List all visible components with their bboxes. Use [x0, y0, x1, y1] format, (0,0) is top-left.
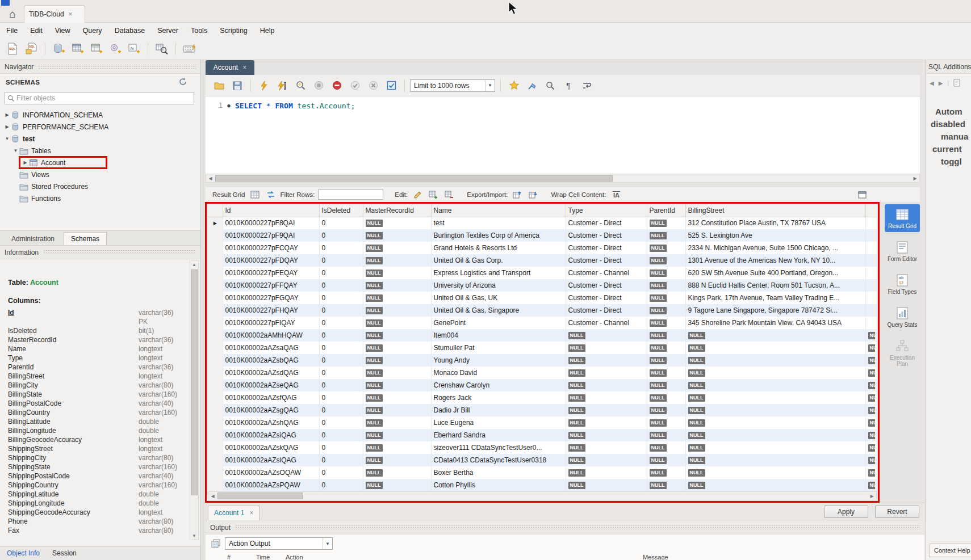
grid-cell[interactable]: 345 Shoreline Park Mountain View, CA 940…	[685, 317, 865, 329]
grid-cell[interactable]: Customer - Direct	[566, 217, 647, 229]
scroll-right-icon[interactable]: ▶	[868, 492, 876, 500]
current-row-indicator[interactable]: ▶	[208, 217, 223, 229]
row-selector[interactable]	[208, 429, 223, 441]
grid-cell[interactable]: NULL	[647, 329, 685, 342]
grid-cell[interactable]: 0010K00002aAZsgQAG	[223, 404, 319, 416]
grid-cell[interactable]: NULL	[685, 404, 865, 416]
close-icon[interactable]: ×	[69, 10, 73, 18]
grid-cell[interactable]: Stumuller Pat	[431, 342, 566, 354]
grid-cell[interactable]: 0010K0000227pF8QAI	[223, 217, 319, 229]
grid-cell[interactable]: 0010K00002aAZsdQAG	[223, 367, 319, 379]
scroll-right-icon[interactable]: ▶	[911, 174, 919, 182]
grid-cell[interactable]: NULL	[647, 304, 685, 317]
grid-cell[interactable]: Burlington Textiles Corp of America	[431, 229, 566, 242]
grid-cell[interactable]: NULL	[685, 354, 865, 367]
grid-cell[interactable]: NULL	[647, 254, 685, 267]
tab-administration[interactable]: Administration	[5, 233, 61, 245]
create-view-icon[interactable]	[89, 41, 104, 56]
expander-down-icon[interactable]: ▼	[12, 148, 19, 153]
info-scrollbar-thumb[interactable]	[191, 270, 198, 495]
grid-cell[interactable]: NULL	[363, 379, 431, 391]
grid-row[interactable]: 0010K00002aAZskQAG0NULLsizeover111 CData…	[208, 441, 877, 454]
grid-row[interactable]: 0010K0000227pFEQAY0NULLExpress Logistics…	[208, 267, 877, 279]
grid-cell[interactable]: 0010K00002aAZsiQAG	[223, 429, 319, 441]
row-selector[interactable]	[208, 317, 223, 329]
row-selector[interactable]	[208, 267, 223, 279]
open-sql-script-icon[interactable]: SQL	[23, 41, 39, 56]
grid-column-header-masterrecordid[interactable]: MasterRecordId	[363, 204, 431, 217]
grid-row[interactable]: 0010K0000227pFCQAY0NULLGrand Hotels & Re…	[208, 242, 877, 254]
grid-cell[interactable]: NULL	[647, 217, 685, 229]
menu-database[interactable]: Database	[108, 23, 152, 38]
menu-scripting[interactable]: Scripting	[214, 23, 254, 38]
invisible-characters-icon[interactable]: ¶	[560, 78, 576, 93]
grid-cell[interactable]: 0010K00002aAZsbQAG	[223, 354, 319, 367]
grid-cell[interactable]: NULL	[363, 416, 431, 429]
grid-cell[interactable]: Cotton Phyllis	[431, 479, 566, 491]
grid-cell[interactable]: Customer - Channel	[566, 317, 647, 329]
grid-cell[interactable]: Monaco David	[431, 367, 566, 379]
grid-cell[interactable]: 620 SW 5th Avenue Suite 400 Portland, Or…	[685, 267, 865, 279]
grid-cell[interactable]: Luce Eugena	[431, 416, 566, 429]
row-selector[interactable]	[208, 454, 223, 466]
grid-cell[interactable]: NULL	[647, 242, 685, 254]
grid-column-header-parentid[interactable]: ParentId	[647, 204, 685, 217]
grid-cell[interactable]: NULL	[685, 454, 865, 466]
grid-cell[interactable]: 0	[319, 391, 363, 404]
scroll-left-icon[interactable]: ◀	[206, 174, 215, 182]
grid-cell[interactable]: University of Arizona	[431, 279, 566, 292]
grid-cell[interactable]: Customer - Direct	[566, 254, 647, 267]
refresh-schemas-icon[interactable]	[179, 78, 187, 87]
editor-h-scrollbar[interactable]: ◀ ▶	[206, 174, 920, 183]
grid-cell[interactable]: NULL	[647, 279, 685, 292]
edit-record-icon[interactable]	[411, 187, 424, 202]
export-recordset-icon[interactable]	[511, 187, 524, 202]
delete-row-icon[interactable]	[443, 187, 455, 202]
grid-cell[interactable]: NULL	[363, 367, 431, 379]
wrap-text-icon[interactable]	[579, 78, 595, 93]
grid-cell[interactable]: NULL	[566, 379, 647, 391]
chevron-down-icon[interactable]: ▼	[323, 538, 332, 549]
row-selector[interactable]	[208, 342, 223, 354]
grid-h-scrollbar-thumb[interactable]	[217, 492, 303, 499]
result-tab-account-1[interactable]: Account 1 ×	[208, 505, 260, 520]
grid-cell[interactable]: 0010K0000227pFDQAY	[223, 254, 319, 267]
query-stats-button[interactable]: Query Stats	[885, 303, 920, 331]
row-selector[interactable]	[208, 466, 223, 479]
grid-cell[interactable]: NULL	[647, 479, 685, 491]
create-schema-icon[interactable]	[51, 41, 67, 56]
tree-item-account[interactable]: ▶Account	[0, 157, 200, 169]
field-types-button[interactable]: ab12 Field Types	[885, 270, 920, 298]
grid-row[interactable]: 0010K00002aAZsgQAG0NULLDadio Jr BillNULL…	[208, 404, 877, 416]
grid-cell[interactable]: 0010K0000227pFCQAY	[223, 242, 319, 254]
maximize-panel-icon[interactable]	[854, 187, 870, 202]
grid-cell[interactable]: 0	[319, 367, 363, 379]
row-selector[interactable]	[208, 292, 223, 304]
grid-cell[interactable]: 0	[319, 429, 363, 441]
grid-cell[interactable]: Customer - Direct	[566, 292, 647, 304]
grid-cell[interactable]: NULL	[566, 416, 647, 429]
stop-on-error-icon[interactable]	[329, 78, 345, 93]
grid-cell[interactable]: Crenshaw Carolyn	[431, 379, 566, 391]
grid-cell[interactable]: 0	[319, 354, 363, 367]
grid-cell[interactable]: 2334 N. Michigan Avenue, Suite 1500 Chic…	[685, 242, 865, 254]
grid-cell[interactable]: NULL	[566, 404, 647, 416]
grid-cell[interactable]: 0	[319, 454, 363, 466]
grid-cell[interactable]: 0010K00002aAMhHQAW	[223, 329, 319, 342]
forward-icon[interactable]: ▶	[939, 80, 943, 86]
grid-cell[interactable]: NULL	[685, 429, 865, 441]
grid-cell[interactable]: 0	[319, 379, 363, 391]
grid-column-header-billingstreet[interactable]: BillingStreet	[685, 204, 865, 217]
stop-query-icon[interactable]	[311, 78, 327, 93]
tree-item-performance-schema[interactable]: ▶PERFORMANCE_SCHEMA	[0, 121, 200, 133]
grid-row[interactable]: 0010K00002aAZsfQAG0NULLRogers JackNULLNU…	[208, 391, 877, 404]
chevron-down-icon[interactable]: ▼	[485, 80, 495, 91]
row-selector[interactable]	[208, 441, 223, 454]
menu-query[interactable]: Query	[77, 23, 108, 38]
grid-cell[interactable]: NULL	[363, 404, 431, 416]
import-records-icon[interactable]	[527, 187, 539, 202]
grid-cell[interactable]: NULL	[647, 429, 685, 441]
grid-cell[interactable]: NULL	[566, 441, 647, 454]
wrap-cell-content-icon[interactable]: IA	[609, 187, 623, 202]
grid-cell[interactable]: NULL	[363, 329, 431, 342]
